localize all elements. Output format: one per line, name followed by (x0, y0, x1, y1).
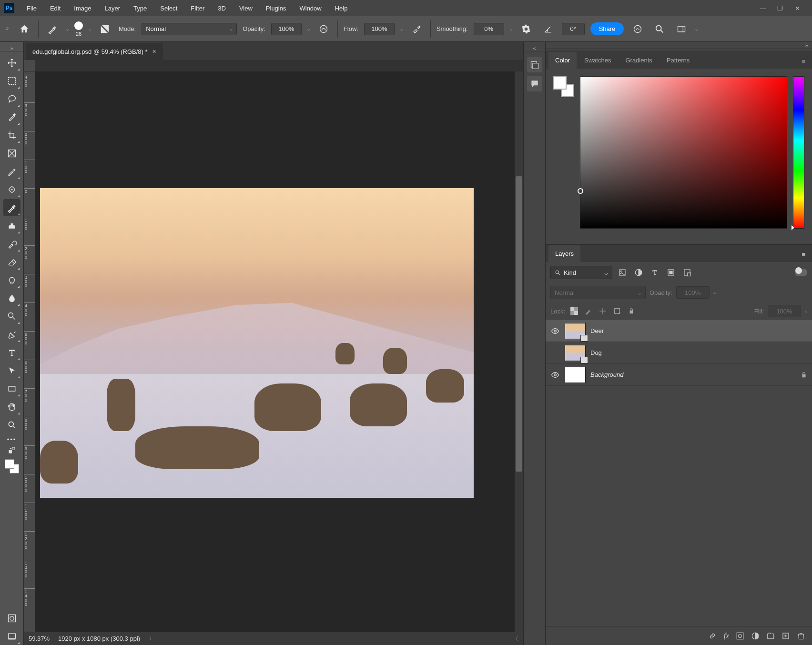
clone-stamp-tool[interactable] (3, 217, 20, 234)
menu-3d[interactable]: 3D (212, 3, 232, 14)
menu-plugins[interactable]: Plugins (260, 3, 292, 14)
fg-color[interactable] (553, 76, 567, 90)
layer-name[interactable]: Dog (590, 349, 807, 356)
home-button[interactable] (16, 21, 32, 37)
ruler-vertical[interactable]: 4003002001000100200300400500600700800900… (24, 71, 35, 632)
lock-transparency-icon[interactable] (569, 306, 579, 316)
menu-help[interactable]: Help (329, 3, 354, 14)
layer-blend-dropdown[interactable]: Normal⌵ (550, 286, 646, 299)
tool-preset-chevron[interactable]: ⌵ (66, 27, 69, 31)
gradient-tool[interactable] (3, 272, 20, 289)
type-tool[interactable] (3, 344, 20, 361)
layer-mask-icon[interactable] (736, 632, 744, 640)
healing-brush-tool[interactable] (3, 181, 20, 198)
rectangle-tool[interactable] (3, 380, 20, 397)
adjustment-layer-icon[interactable] (751, 632, 760, 640)
hand-tool[interactable] (3, 398, 20, 415)
pressure-opacity-button[interactable] (315, 21, 332, 37)
tab-gradients[interactable]: Gradients (619, 52, 659, 69)
lasso-tool[interactable] (3, 91, 20, 108)
hue-slider[interactable] (793, 76, 804, 229)
close-button[interactable]: ✕ (793, 5, 802, 12)
edit-toolbar-button[interactable]: ••• (3, 434, 20, 444)
swap-colors-button[interactable] (3, 445, 20, 455)
collapse-handle-left[interactable]: » (4, 19, 10, 38)
menu-filter[interactable]: Filter (185, 3, 210, 14)
quick-mask-button[interactable] (3, 610, 20, 627)
layer-row[interactable]: Background (546, 364, 812, 386)
document-tab[interactable]: edu.gcfglobal.org.psd @ 59.4% (RGB/8) * … (26, 43, 163, 60)
dock-collapse-handle[interactable]: « (524, 45, 545, 51)
screen-mode-button[interactable] (3, 628, 20, 645)
lock-position-icon[interactable] (598, 306, 608, 316)
filter-toggle[interactable] (795, 269, 807, 276)
layers-panel-menu[interactable]: ≡ (798, 247, 809, 262)
canvas-scrollbar-vertical[interactable] (515, 71, 523, 632)
angle-icon[interactable] (540, 21, 556, 37)
brush-tool[interactable] (3, 199, 20, 216)
link-layers-icon[interactable] (708, 632, 717, 640)
maximize-button[interactable]: ❐ (776, 5, 784, 12)
layer-thumbnail[interactable] (565, 345, 586, 361)
marquee-tool[interactable] (3, 72, 20, 90)
layer-style-icon[interactable]: fx (723, 632, 729, 640)
menu-window[interactable]: Window (294, 3, 327, 14)
menu-edit[interactable]: Edit (44, 3, 66, 14)
layer-filter-dropdown[interactable]: Kind ⌵ (550, 266, 612, 279)
comments-panel-button[interactable] (527, 76, 542, 91)
tab-layers[interactable]: Layers (548, 245, 580, 262)
dodge-tool[interactable] (3, 308, 20, 325)
layer-opacity-field[interactable]: 100% (676, 286, 710, 299)
visibility-toggle[interactable] (550, 370, 560, 380)
tab-patterns[interactable]: Patterns (660, 52, 696, 69)
airbrush-button[interactable] (408, 21, 425, 37)
smoothing-field[interactable]: 0% (474, 23, 504, 35)
lock-artboard-icon[interactable] (612, 306, 622, 316)
fill-chevron[interactable]: ⌵ (805, 309, 807, 313)
opacity-chevron[interactable]: ⌵ (307, 27, 310, 31)
menu-layer[interactable]: Layer (99, 3, 126, 14)
share-button[interactable]: Share (590, 22, 624, 35)
pen-tool[interactable] (3, 326, 20, 343)
menu-view[interactable]: View (233, 3, 258, 14)
minimize-button[interactable]: — (759, 5, 767, 12)
color-field[interactable] (580, 76, 787, 229)
eraser-tool[interactable] (3, 253, 20, 271)
filter-shape-icon[interactable] (665, 266, 677, 279)
angle-field[interactable]: 0° (562, 23, 585, 35)
zoom-tool[interactable] (3, 416, 20, 433)
panels-collapse-handle[interactable]: » (546, 42, 812, 49)
smoothing-chevron[interactable]: ⌵ (510, 27, 512, 31)
flow-field[interactable]: 100% (364, 23, 395, 35)
canvas[interactable] (35, 71, 523, 632)
brush-size-chevron[interactable]: ⌵ (89, 27, 91, 31)
fg-bg-swatches[interactable] (553, 76, 574, 97)
layer-row[interactable]: Dog (546, 342, 812, 364)
menu-file[interactable]: File (21, 3, 42, 14)
blend-mode-dropdown[interactable]: Normal⌵ (142, 23, 237, 35)
color-panel-menu[interactable]: ≡ (798, 54, 809, 69)
ruler-origin[interactable] (24, 60, 35, 71)
visibility-toggle[interactable] (550, 326, 560, 336)
color-cursor[interactable] (578, 188, 583, 194)
layer-thumbnail[interactable] (565, 323, 586, 339)
workspace-chevron[interactable]: ⌵ (695, 27, 698, 31)
layer-list[interactable]: DeerDogBackground (546, 320, 812, 626)
history-panel-button[interactable] (527, 57, 542, 72)
document-dimensions[interactable]: 1920 px x 1080 px (300.3 ppi) (58, 635, 140, 642)
tool-preset-picker[interactable] (44, 21, 61, 37)
crop-tool[interactable] (3, 127, 20, 144)
visibility-toggle[interactable] (550, 348, 560, 358)
filter-adjustment-icon[interactable] (632, 266, 645, 279)
lock-pixels-icon[interactable] (583, 306, 594, 316)
menu-select[interactable]: Select (154, 3, 183, 14)
pressure-size-button[interactable] (629, 21, 646, 37)
group-layers-icon[interactable] (766, 632, 775, 640)
status-chevron[interactable]: 〉 (149, 635, 155, 643)
menu-type[interactable]: Type (128, 3, 152, 14)
smoothing-options-button[interactable] (518, 21, 534, 37)
close-tab-button[interactable]: × (152, 48, 156, 55)
tab-swatches[interactable]: Swatches (578, 52, 618, 69)
layer-thumbnail[interactable] (565, 367, 586, 383)
search-button[interactable] (651, 21, 668, 37)
